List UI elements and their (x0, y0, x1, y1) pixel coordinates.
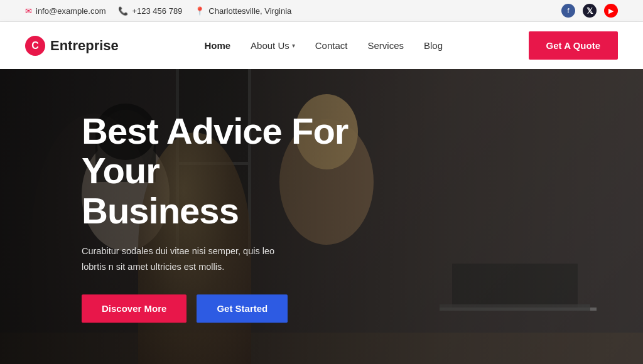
location-text: Charlottesville, Virginia (208, 6, 291, 16)
email-text: info@example.com (36, 6, 105, 16)
nav-blog[interactable]: Blog (424, 40, 443, 51)
facebook-icon[interactable]: f (561, 4, 575, 18)
hero-section: Best Advice For Your Business Curabitur … (0, 69, 643, 364)
location-icon: 📍 (195, 6, 205, 16)
about-dropdown-arrow: ▾ (292, 42, 295, 49)
phone-icon: 📞 (118, 6, 128, 16)
email-item[interactable]: ✉ info@example.com (25, 6, 105, 16)
top-bar-contact: ✉ info@example.com 📞 +123 456 789 📍 Char… (25, 6, 291, 16)
nav-contact[interactable]: Contact (315, 40, 348, 51)
phone-text: +123 456 789 (132, 6, 182, 16)
nav-about[interactable]: About Us ▾ (251, 40, 295, 51)
discover-more-button[interactable]: Discover More (82, 294, 186, 323)
logo-name: Entreprise (50, 38, 119, 54)
logo[interactable]: C Entreprise (25, 36, 119, 56)
hero-title: Best Advice For Your Business (82, 111, 421, 231)
get-quote-button[interactable]: Get A Quote (529, 31, 618, 60)
get-started-button[interactable]: Get Started (197, 294, 288, 323)
twitter-icon[interactable]: 𝕏 (583, 4, 597, 18)
nav-home[interactable]: Home (204, 40, 230, 51)
hero-subtitle: Curabitur sodales dui vitae nisi semper,… (82, 244, 283, 274)
phone-item[interactable]: 📞 +123 456 789 (118, 6, 182, 16)
logo-icon: C (25, 36, 45, 56)
location-item: 📍 Charlottesville, Virginia (195, 6, 291, 16)
hero-cta-buttons: Discover More Get Started (82, 294, 421, 323)
youtube-icon[interactable]: ▶ (604, 4, 618, 18)
hero-content: Best Advice For Your Business Curabitur … (82, 111, 421, 323)
nav-services[interactable]: Services (367, 40, 404, 51)
nav-menu: Home About Us ▾ Contact Services Blog (204, 40, 443, 51)
top-bar: ✉ info@example.com 📞 +123 456 789 📍 Char… (0, 0, 643, 22)
mail-icon: ✉ (25, 6, 32, 16)
social-links: f 𝕏 ▶ (561, 4, 618, 18)
navbar: C Entreprise Home About Us ▾ Contact Ser… (0, 22, 643, 69)
